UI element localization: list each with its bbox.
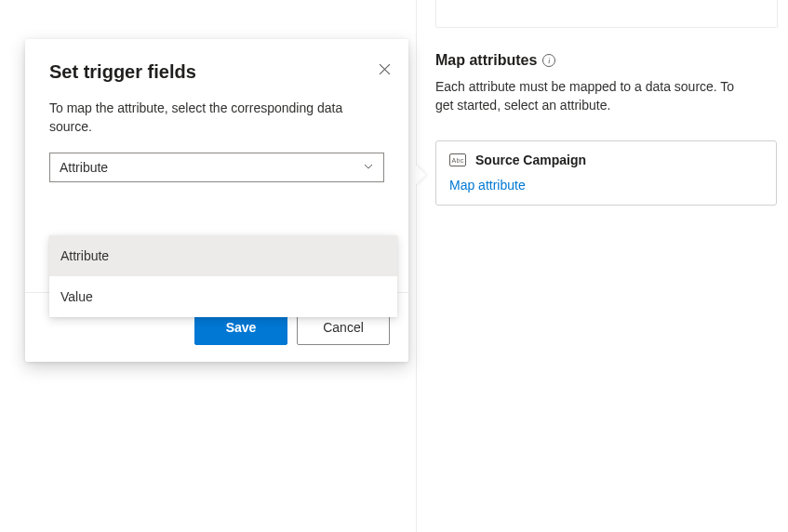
dropdown-selected-value: Attribute xyxy=(60,160,108,175)
dialog-body: Set trigger fields To map the attribute,… xyxy=(25,39,408,199)
dialog-title: Set trigger fields xyxy=(49,61,384,83)
map-attributes-title: Map attributes xyxy=(435,52,537,69)
dropdown-option-label: Value xyxy=(60,289,93,304)
map-attribute-link[interactable]: Map attribute xyxy=(449,178,526,193)
map-attributes-description: Each attribute must be mapped to a data … xyxy=(435,78,752,114)
close-button[interactable] xyxy=(375,60,394,78)
dropdown-option-attribute[interactable]: Attribute xyxy=(49,235,397,276)
attribute-card-header: Abc Source Campaign xyxy=(449,153,763,167)
set-trigger-fields-dialog: Set trigger fields To map the attribute,… xyxy=(25,39,408,362)
chevron-down-icon xyxy=(363,160,374,175)
dropdown-option-label: Attribute xyxy=(60,248,109,263)
dialog-description: To map the attribute, select the corresp… xyxy=(49,100,384,136)
data-source-dropdown[interactable]: Attribute xyxy=(49,153,384,182)
dropdown-option-value[interactable]: Value xyxy=(49,276,397,317)
info-icon[interactable]: i xyxy=(542,54,555,67)
save-button-label: Save xyxy=(226,320,257,335)
close-icon xyxy=(379,63,391,75)
cancel-button-label: Cancel xyxy=(323,320,364,335)
vertical-divider xyxy=(416,0,417,532)
text-type-icon: Abc xyxy=(449,153,466,166)
map-attributes-panel: Map attributes i Each attribute must be … xyxy=(435,0,777,206)
dropdown-options-list: Attribute Value xyxy=(49,235,397,317)
map-attributes-header: Map attributes i xyxy=(435,52,777,69)
attribute-card[interactable]: Abc Source Campaign Map attribute xyxy=(435,140,777,206)
attribute-card-title: Source Campaign xyxy=(475,153,586,167)
